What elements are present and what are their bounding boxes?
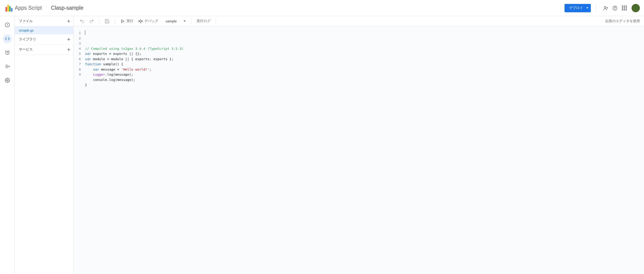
code-line[interactable]: var exports = exports || {}; [85,51,644,57]
sidebar-section-services: サービス + [15,45,73,55]
rail-triggers[interactable] [3,48,12,57]
undo-button[interactable] [78,18,86,25]
run-button[interactable]: 実行 [118,18,135,25]
file-name: smaple.gs [19,29,34,32]
header-separator [596,5,596,11]
add-library-button[interactable]: + [67,36,70,43]
run-label: 実行 [126,19,133,23]
google-apps-icon[interactable] [622,5,627,11]
account-avatar[interactable] [632,4,640,12]
code-line[interactable]: var module = module || { exports: export… [85,57,644,62]
deploy-label: デプロイ [569,6,583,10]
apps-script-logo-icon [6,5,12,12]
toolbar-separator [192,19,192,24]
selected-function: sample [166,19,177,23]
dropdown-arrow-icon [184,21,186,22]
sidebar-section-libraries: ライブラリ + [15,34,73,45]
file-item[interactable]: smaple.gs [15,26,73,34]
svg-point-6 [140,20,141,22]
rail-executions[interactable] [3,62,12,71]
text-cursor [85,31,85,35]
redo-button[interactable] [87,18,96,25]
code-line[interactable]: function sample() { [85,62,644,67]
app-header: Apps Script Clasp-sample デプロイ [0,0,644,16]
help-icon[interactable] [612,5,618,11]
svg-point-0 [604,6,606,8]
svg-point-2 [615,9,615,9]
add-file-button[interactable]: + [67,18,70,25]
code-line[interactable]: Logger.log(message); [85,72,644,77]
svg-point-5 [7,80,8,81]
code-content[interactable]: // Compiled using ts2gas 3.4.4 (TypeScri… [85,31,644,274]
project-name[interactable]: Clasp-sample [51,5,84,11]
save-button[interactable] [103,18,112,25]
sidebar-files-label: ファイル [19,19,33,23]
editor-toolbar: 実行 デバッグ sample 実行ログ 以前のエディタを使用 [74,16,644,26]
code-line[interactable]: var message = 'Hello world!'; [85,67,644,72]
log-label: 実行ログ [197,19,210,23]
rail-settings[interactable] [3,76,12,85]
execution-log-button[interactable]: 実行ログ [195,18,212,24]
rail-editor[interactable] [3,34,12,43]
debug-button[interactable]: デバッグ [136,18,160,25]
code-line[interactable]: // Compiled using ts2gas 3.4.4 (TypeScri… [85,46,644,52]
line-number-gutter: 123456789 [74,31,85,274]
toolbar-separator [99,19,100,24]
sidebar-libraries-label: ライブラリ [19,37,36,42]
rail-overview[interactable] [3,20,12,30]
sidebar-services-label: サービス [19,47,33,52]
toolbar-separator [115,19,115,24]
sidebar: ファイル + smaple.gs ライブラリ + サービス + [15,16,74,274]
deploy-button[interactable]: デプロイ [564,4,591,12]
sidebar-section-files: ファイル + [15,16,73,26]
code-line[interactable] [85,88,644,93]
code-line[interactable]: console.log(message); [85,77,644,83]
nav-rail [0,16,15,274]
dropdown-arrow-icon [586,7,588,9]
code-line[interactable]: } [85,82,644,88]
share-add-user-icon[interactable] [603,5,608,11]
product-name: Apps Script [15,5,42,11]
add-service-button[interactable]: + [67,46,70,53]
main-area: 実行 デバッグ sample 実行ログ 以前のエディタを使用 123456789… [74,16,644,274]
toolbar-separator [216,19,216,24]
code-editor[interactable]: 123456789 // Compiled using ts2gas 3.4.4… [74,26,644,274]
function-selector[interactable]: sample [163,18,188,24]
legacy-editor-link[interactable]: 以前のエディタを使用 [605,19,640,23]
debug-label: デバッグ [144,19,158,23]
